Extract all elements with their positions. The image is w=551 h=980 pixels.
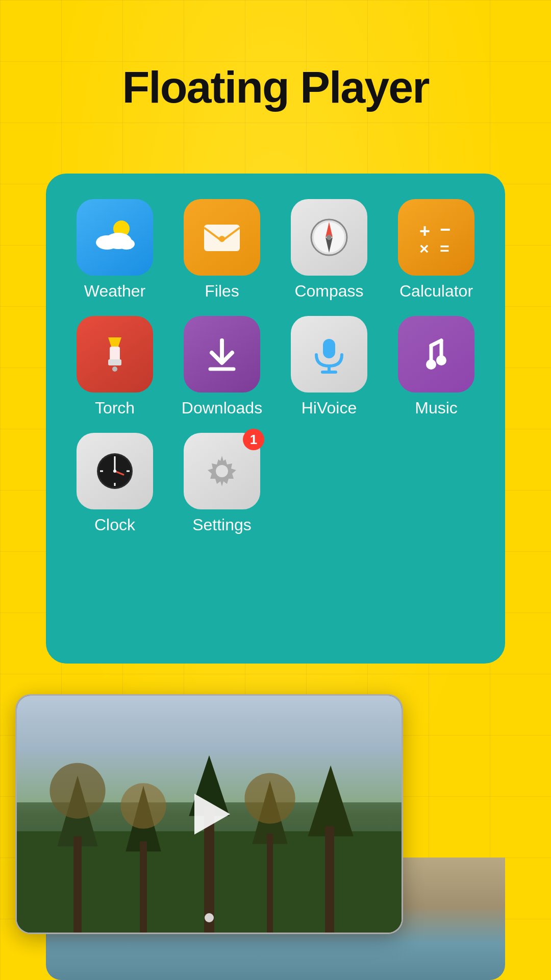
app-item-compass[interactable]: Compass xyxy=(281,199,378,301)
calculator-label: Calculator xyxy=(399,282,473,301)
app-icon-wrapper-compass xyxy=(291,199,367,276)
svg-text:×: × xyxy=(419,239,429,258)
svg-rect-41 xyxy=(325,826,334,933)
compass-label: Compass xyxy=(294,282,363,301)
app-grid: Weather Files xyxy=(66,199,485,534)
app-item-torch[interactable]: Torch xyxy=(66,316,163,418)
app-item-calculator[interactable]: + − × = Calculator xyxy=(388,199,485,301)
app-icon-wrapper-weather xyxy=(77,199,153,276)
svg-point-23 xyxy=(436,355,446,365)
svg-rect-16 xyxy=(108,359,121,365)
settings-label: Settings xyxy=(192,516,252,534)
downloads-icon xyxy=(184,316,260,393)
app-item-clock[interactable]: Clock xyxy=(66,433,163,534)
app-item-weather[interactable]: Weather xyxy=(66,199,163,301)
svg-text:=: = xyxy=(440,239,449,258)
hivoice-icon xyxy=(291,316,367,393)
video-trees xyxy=(17,755,402,933)
torch-label: Torch xyxy=(95,399,135,418)
svg-point-47 xyxy=(120,783,166,828)
svg-point-48 xyxy=(244,773,295,823)
app-icon-wrapper-hivoice xyxy=(291,316,367,393)
music-icon xyxy=(398,316,474,393)
torch-icon xyxy=(77,316,153,393)
svg-marker-17 xyxy=(108,337,121,347)
app-item-settings[interactable]: 1 Settings xyxy=(173,433,270,534)
weather-icon xyxy=(77,199,153,276)
downloads-label: Downloads xyxy=(182,399,262,418)
svg-point-22 xyxy=(426,359,436,370)
svg-point-10 xyxy=(327,235,332,240)
svg-marker-40 xyxy=(308,766,353,837)
settings-badge: 1 xyxy=(243,429,264,450)
app-icon-wrapper-downloads xyxy=(184,316,260,393)
svg-rect-43 xyxy=(140,841,147,933)
hivoice-label: HiVoice xyxy=(302,399,357,418)
play-triangle-icon xyxy=(194,794,230,835)
svg-point-18 xyxy=(112,366,117,372)
svg-point-46 xyxy=(49,763,105,819)
svg-point-3 xyxy=(118,238,135,250)
svg-rect-39 xyxy=(73,837,82,933)
app-icon-wrapper-torch xyxy=(77,316,153,393)
app-icon-wrapper-calculator: + − × = xyxy=(398,199,474,276)
play-button[interactable] xyxy=(184,789,235,840)
page-title: Floating Player xyxy=(0,0,551,113)
video-player[interactable] xyxy=(15,694,403,934)
app-icon-wrapper-settings: 1 xyxy=(184,433,260,509)
app-item-music[interactable]: Music xyxy=(388,316,485,418)
compass-icon xyxy=(291,199,367,276)
pagination-dot xyxy=(205,913,214,922)
files-icon xyxy=(184,199,260,276)
app-icon-wrapper-files xyxy=(184,199,260,276)
files-label: Files xyxy=(205,282,239,301)
svg-point-5 xyxy=(219,236,225,242)
app-item-downloads[interactable]: Downloads xyxy=(173,316,270,418)
svg-rect-19 xyxy=(323,339,335,358)
svg-text:−: − xyxy=(440,219,450,240)
clock-label: Clock xyxy=(94,516,135,534)
svg-point-34 xyxy=(216,465,228,477)
svg-rect-45 xyxy=(267,834,273,933)
app-item-hivoice[interactable]: HiVoice xyxy=(281,316,378,418)
svg-text:+: + xyxy=(419,220,430,241)
calculator-icon: + − × = xyxy=(398,199,474,276)
clock-icon xyxy=(77,433,153,509)
music-label: Music xyxy=(415,399,458,418)
weather-label: Weather xyxy=(84,282,145,301)
app-icon-wrapper-clock xyxy=(77,433,153,509)
main-card: Weather Files xyxy=(46,174,505,664)
app-icon-wrapper-music xyxy=(398,316,474,393)
app-item-files[interactable]: Files xyxy=(173,199,270,301)
svg-point-32 xyxy=(113,470,116,473)
